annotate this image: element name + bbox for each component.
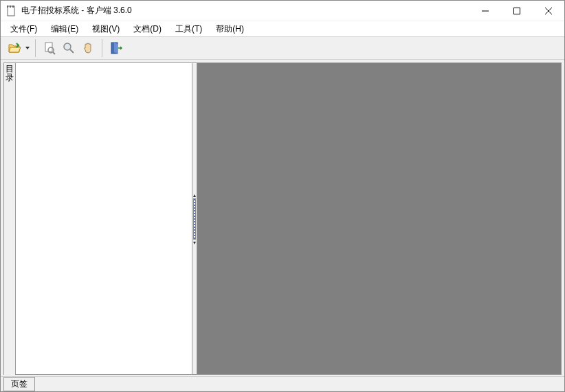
svg-rect-1	[7, 5, 8, 8]
menu-tools[interactable]: 工具(T)	[168, 22, 209, 36]
menu-document[interactable]: 文档(D)	[126, 22, 168, 36]
svg-point-11	[64, 43, 71, 50]
open-button[interactable]	[5, 38, 24, 58]
status-tab-pages[interactable]: 页签	[3, 377, 35, 391]
status-bar: 页签	[1, 376, 564, 391]
magnifier-icon	[62, 41, 76, 55]
svg-rect-5	[514, 8, 520, 14]
menu-edit[interactable]: 编辑(E)	[44, 22, 85, 36]
fit-page-icon	[43, 41, 56, 55]
workspace: 目 录 ▴ ▾	[1, 60, 564, 376]
svg-line-10	[53, 52, 55, 54]
svg-rect-3	[12, 5, 14, 8]
menu-help[interactable]: 帮助(H)	[209, 22, 251, 36]
minimize-button[interactable]	[469, 1, 501, 21]
toolbar-separator	[102, 39, 102, 57]
toolbar	[1, 36, 564, 60]
splitter-arrow-icon: ▴	[193, 192, 196, 198]
window-controls	[469, 1, 564, 21]
menu-view[interactable]: 视图(V)	[85, 22, 126, 36]
svg-rect-0	[8, 6, 14, 16]
tree-panel[interactable]	[15, 62, 192, 375]
menu-file[interactable]: 文件(F)	[3, 22, 44, 36]
exit-door-icon	[109, 41, 123, 55]
title-bar: 电子招投标系统 - 客户端 3.6.0	[1, 1, 564, 21]
hand-icon	[81, 41, 95, 55]
toolbar-separator	[35, 39, 36, 57]
app-icon	[6, 5, 17, 16]
sidebar-tab-label: 录	[5, 73, 14, 82]
content-panel[interactable]	[197, 62, 562, 375]
svg-rect-2	[10, 5, 11, 8]
maximize-button[interactable]	[501, 1, 533, 21]
svg-line-12	[70, 49, 74, 53]
splitter-grip	[193, 198, 196, 240]
fit-page-button[interactable]	[40, 38, 59, 58]
zoom-button[interactable]	[59, 38, 78, 58]
close-button[interactable]	[533, 1, 564, 21]
open-dropdown[interactable]	[24, 47, 31, 49]
window-title: 电子招投标系统 - 客户端 3.6.0	[21, 5, 469, 16]
sidebar-tab-catalog[interactable]: 目 录	[3, 62, 16, 375]
menu-bar: 文件(F) 编辑(E) 视图(V) 文档(D) 工具(T) 帮助(H)	[1, 21, 564, 36]
exit-button[interactable]	[107, 38, 126, 58]
open-folder-icon	[8, 41, 21, 55]
splitter-arrow-icon: ▾	[193, 240, 196, 246]
pan-button[interactable]	[78, 38, 98, 58]
